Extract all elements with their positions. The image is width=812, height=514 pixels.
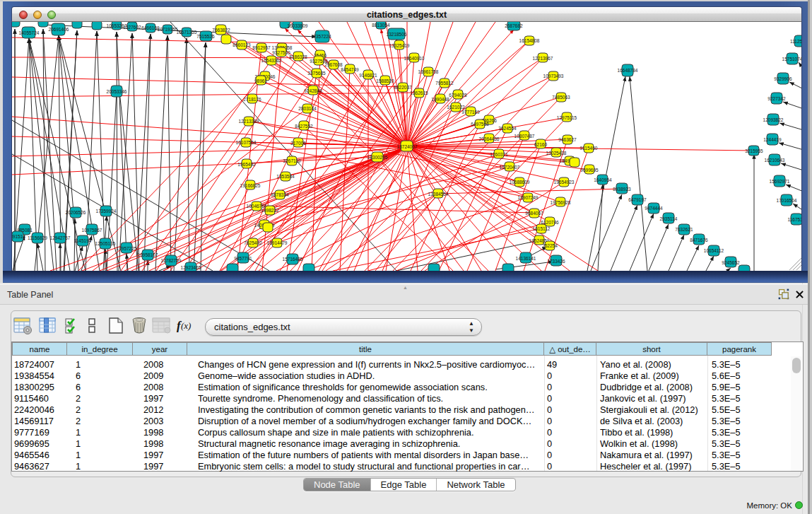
- svg-text:14136141: 14136141: [516, 256, 536, 261]
- svg-text:16543362: 16543362: [261, 58, 282, 63]
- svg-text:3267110: 3267110: [283, 158, 301, 163]
- svg-text:12505135: 12505135: [95, 241, 116, 246]
- svg-text:8938923: 8938923: [613, 187, 631, 192]
- svg-text:3624554: 3624554: [498, 126, 517, 131]
- svg-text:2935114: 2935114: [660, 216, 678, 221]
- svg-text:8822037: 8822037: [394, 85, 412, 90]
- svg-text:1640954: 1640954: [594, 177, 612, 182]
- svg-text:18907249: 18907249: [518, 195, 539, 200]
- svg-text:18724007: 18724007: [397, 144, 418, 149]
- svg-text:391514: 391514: [12, 234, 25, 239]
- svg-text:10688609: 10688609: [510, 180, 530, 185]
- svg-text:9227342: 9227342: [767, 96, 786, 101]
- svg-text:3215955: 3215955: [745, 148, 763, 153]
- svg-text:8427552: 8427552: [295, 124, 313, 129]
- svg-text:20053346: 20053346: [107, 89, 127, 94]
- svg-text:10973493: 10973493: [543, 74, 564, 78]
- svg-text:7515526: 7515526: [196, 34, 215, 39]
- svg-text:17957225: 17957225: [117, 246, 137, 251]
- svg-text:3375685: 3375685: [307, 71, 326, 76]
- svg-text:16210643: 16210643: [765, 158, 785, 163]
- svg-text:1733426: 1733426: [547, 259, 565, 264]
- svg-text:9699695: 9699695: [580, 168, 599, 173]
- svg-text:8186328: 8186328: [289, 54, 307, 59]
- svg-text:16154808: 16154808: [519, 38, 540, 43]
- svg-text:7955812: 7955812: [435, 81, 454, 86]
- svg-text:20364436: 20364436: [479, 136, 500, 141]
- svg-text:10975867: 10975867: [82, 228, 102, 233]
- svg-text:15716485: 15716485: [283, 257, 303, 262]
- svg-text:2718176: 2718176: [243, 97, 261, 102]
- svg-text:8454749: 8454749: [341, 67, 359, 72]
- svg-text:7632621: 7632621: [675, 227, 693, 232]
- svg-text:12923465: 12923465: [181, 265, 201, 270]
- svg-text:10958107: 10958107: [138, 252, 158, 257]
- svg-text:15720407: 15720407: [500, 165, 520, 170]
- svg-text:16648784: 16648784: [618, 68, 638, 73]
- svg-text:98961: 98961: [254, 78, 267, 83]
- svg-text:16782759: 16782759: [161, 258, 182, 263]
- svg-text:1353584: 1353584: [276, 174, 295, 179]
- svg-text:6794028: 6794028: [449, 93, 467, 98]
- svg-text:(x): (x): [181, 320, 191, 331]
- svg-text:16033809: 16033809: [288, 23, 308, 28]
- svg-text:1167533: 1167533: [788, 217, 802, 222]
- svg-text:18300295: 18300295: [367, 155, 388, 160]
- svg-text:10025438: 10025438: [546, 151, 567, 156]
- svg-text:2803144: 2803144: [298, 106, 317, 111]
- svg-text:12213389: 12213389: [239, 119, 259, 124]
- svg-text:9146821: 9146821: [359, 73, 377, 78]
- svg-text:9245652: 9245652: [722, 260, 740, 265]
- svg-text:13384554: 13384554: [428, 192, 449, 197]
- svg-text:9777169: 9777169: [461, 110, 480, 115]
- svg-text:1965492: 1965492: [237, 162, 256, 167]
- svg-text:2967608: 2967608: [324, 62, 343, 67]
- svg-text:6120746: 6120746: [541, 220, 559, 225]
- svg-text:1588520: 1588520: [376, 78, 394, 83]
- svg-text:10807487: 10807487: [514, 134, 535, 139]
- svg-text:20206526: 20206526: [66, 210, 86, 215]
- svg-text:1621022: 1621022: [447, 105, 465, 110]
- svg-text:16914479: 16914479: [267, 240, 288, 245]
- svg-text:16961758: 16961758: [418, 69, 439, 74]
- svg-text:12975115: 12975115: [557, 115, 577, 120]
- svg-text:1990448: 1990448: [431, 97, 449, 102]
- svg-text:13218506: 13218506: [387, 32, 407, 37]
- svg-text:1527602: 1527602: [123, 25, 141, 30]
- svg-text:18640910: 18640910: [404, 56, 425, 61]
- svg-text:12093822: 12093822: [763, 117, 784, 122]
- svg-text:8660123: 8660123: [233, 42, 251, 47]
- svg-text:19166825: 19166825: [240, 183, 261, 188]
- svg-text:1760371: 1760371: [490, 152, 508, 157]
- svg-text:1145194: 1145194: [74, 238, 92, 243]
- svg-text:11156829: 11156829: [28, 235, 47, 240]
- svg-text:7485063: 7485063: [552, 95, 570, 100]
- svg-text:14055724: 14055724: [19, 30, 40, 35]
- svg-text:12942757: 12942757: [50, 235, 71, 240]
- svg-text:9463627: 9463627: [558, 137, 577, 142]
- svg-text:11125419: 11125419: [790, 39, 802, 44]
- svg-text:7625402: 7625402: [244, 240, 262, 245]
- svg-text:8878334: 8878334: [271, 192, 289, 197]
- svg-text:1362615: 1362615: [410, 90, 428, 95]
- svg-text:16107554: 16107554: [236, 140, 257, 145]
- svg-text:12213967: 12213967: [533, 56, 553, 61]
- svg-text:62160: 62160: [534, 142, 547, 147]
- svg-text:9327500: 9327500: [272, 50, 290, 55]
- svg-text:9242848: 9242848: [304, 88, 322, 93]
- svg-text:1615112: 1615112: [533, 226, 551, 231]
- svg-text:2687682: 2687682: [505, 23, 523, 28]
- svg-text:9474444: 9474444: [645, 206, 663, 211]
- svg-text:15751074: 15751074: [782, 57, 802, 62]
- svg-text:9329906: 9329906: [774, 76, 792, 81]
- svg-text:6497568: 6497568: [471, 122, 489, 127]
- svg-text:6479197: 6479197: [628, 197, 647, 202]
- svg-text:8813054: 8813054: [372, 23, 390, 28]
- svg-text:1498222: 1498222: [261, 208, 279, 213]
- svg-text:17016504: 17016504: [777, 198, 797, 203]
- svg-text:15692971: 15692971: [770, 179, 790, 184]
- svg-text:19654923: 19654923: [554, 180, 575, 185]
- svg-text:13325419: 13325419: [389, 43, 410, 48]
- svg-text:20691406: 20691406: [49, 27, 69, 32]
- svg-text:8912957: 8912957: [252, 45, 271, 50]
